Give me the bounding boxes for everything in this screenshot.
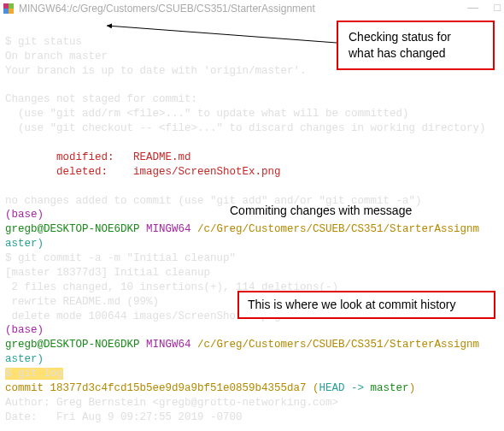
log-author: Author: Greg Bernstein <gregb@grotto-net… [5,397,338,409]
prompt-path: /c/Greg/Customers/CSUEB/CS351/StarterAss… [197,339,479,351]
cmd-git-commit: $ git commit -a -m "Initial cleanup" [5,252,236,264]
prompt-user: gregb@DESKTOP-NOE6DKP [5,223,140,235]
annotation-commit: Commiting changes with message [230,203,412,219]
cmd-git-log: $ git log [5,368,63,380]
out-changes-header: Changes not staged for commit: [5,93,197,105]
conda-base: (base) [5,209,44,221]
log-commit-1: commit 18377d3c4fcd15b5ee9d9a9bf51e0859b… [5,382,415,394]
maximize-button[interactable]: □ [494,0,501,15]
annotation-text: Checking status for [349,29,483,45]
prompt-branch: aster) [5,353,44,365]
prompt-mingw: MINGW64 [140,339,198,351]
annotation-history: This is where we look at commit history [237,291,495,319]
terminal-output[interactable]: $ git status On branch master Your branc… [0,17,504,431]
cmd-git-status: $ git status [5,36,82,48]
prompt-line: gregb@DESKTOP-NOE6DKP MINGW64 /c/Greg/Cu… [5,339,479,351]
out-deleted: deleted: images/ScreenShotEx.png [5,166,281,178]
window-title: MINGW64:/c/Greg/Customers/CSUEB/CS351/St… [19,2,315,15]
out-branch: On branch master [5,50,108,62]
prompt-branch: aster) [5,238,44,250]
log-date: Date: Fri Aug 9 09:27:55 2019 -0700 [5,411,243,423]
out-hint-checkout: (use "git checkout -- <file>..." to disc… [5,122,486,134]
prompt-user: gregb@DESKTOP-NOE6DKP [5,339,140,351]
prompt-path: /c/Greg/Customers/CSUEB/CS351/StarterAss… [197,223,479,235]
minimize-button[interactable]: — [467,0,478,15]
out-hint-add: (use "git add/rm <file>..." to update wh… [5,108,409,120]
prompt-line: gregb@DESKTOP-NOE6DKP MINGW64 /c/Greg/Cu… [5,223,479,235]
out-uptodate: Your branch is up to date with 'origin/m… [5,65,307,77]
out-rewrite: rewrite README.md (99%) [5,296,159,308]
prompt-mingw: MINGW64 [140,223,198,235]
conda-base: (base) [5,324,44,336]
out-commit-result: [master 18377d3] Initial cleanup [5,267,210,279]
annotation-text: what has changed [349,45,483,62]
annotation-status: Checking status for what has changed [337,21,495,70]
mingw-icon [3,3,14,14]
out-modified: modified: README.md [5,151,191,163]
window-titlebar: MINGW64:/c/Greg/Customers/CSUEB/CS351/St… [0,0,504,17]
window-controls: — □ [467,0,501,15]
